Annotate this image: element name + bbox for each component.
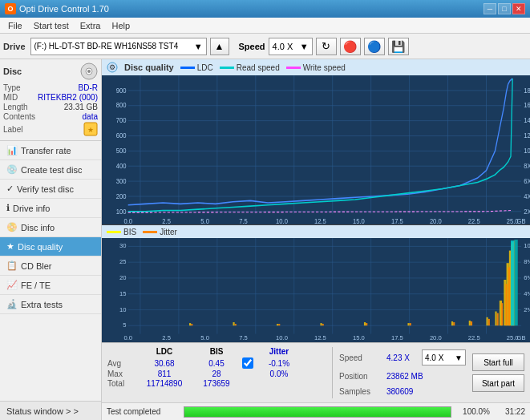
toolbar: Drive (F:) HL-DT-ST BD-RE WH16NS58 TST4 … bbox=[0, 34, 530, 59]
svg-text:20.0: 20.0 bbox=[430, 216, 442, 224]
bis-legend-label: BIS bbox=[123, 228, 136, 236]
disc-info-icon: 📀 bbox=[6, 222, 18, 232]
contents-key: Contents bbox=[3, 112, 35, 121]
label-key: Label bbox=[3, 125, 22, 134]
svg-rect-127 bbox=[511, 240, 514, 325]
nav-verify-test-disc[interactable]: ✓ Verify test disc bbox=[0, 180, 101, 199]
nav-extra-tests[interactable]: 🔬 Extra tests bbox=[0, 295, 101, 314]
app-icon: O bbox=[5, 3, 16, 14]
drive-info-label: Drive info bbox=[13, 204, 50, 213]
type-value: BD-R bbox=[79, 83, 98, 92]
progress-bar-area: Test completed 100.0% 31:22 bbox=[102, 402, 530, 420]
svg-rect-112 bbox=[191, 324, 192, 325]
nav-transfer-rate[interactable]: 📊 Transfer rate bbox=[0, 141, 101, 160]
eject-button[interactable]: ▲ bbox=[210, 38, 229, 55]
speed-selector-stats[interactable]: 4.0 X ▼ bbox=[422, 349, 466, 365]
svg-text:400: 400 bbox=[116, 161, 127, 170]
legend-ldc: LDC bbox=[180, 63, 213, 72]
jitter-checkbox[interactable] bbox=[242, 357, 253, 369]
svg-text:6%: 6% bbox=[524, 274, 530, 281]
max-label: Max bbox=[107, 370, 136, 378]
svg-text:★: ★ bbox=[87, 126, 94, 134]
maximize-button[interactable]: □ bbox=[498, 3, 511, 14]
svg-rect-106 bbox=[495, 312, 496, 326]
length-key: Length bbox=[3, 103, 28, 111]
svg-rect-121 bbox=[497, 313, 499, 326]
bottom-chart-svg: 30 25 20 15 10 5 10% 8% 6% 4% 2% 0.0 bbox=[102, 238, 530, 342]
svg-text:900: 900 bbox=[116, 86, 127, 95]
menu-help[interactable]: Help bbox=[107, 20, 135, 31]
ldc-total: 11714890 bbox=[136, 379, 192, 388]
speed-label: Speed bbox=[239, 42, 265, 51]
bottom-chart: 30 25 20 15 10 5 10% 8% 6% 4% 2% 0.0 bbox=[102, 238, 530, 342]
time-display: 31:22 bbox=[495, 407, 525, 416]
svg-text:20: 20 bbox=[119, 274, 126, 281]
svg-text:GB: GB bbox=[517, 216, 526, 224]
total-row: Total 11714890 173659 bbox=[107, 379, 326, 388]
ldc-avg: 30.68 bbox=[136, 359, 192, 368]
nav-cd-bler[interactable]: 📋 CD Bler bbox=[0, 256, 101, 276]
avg-row: Avg 30.68 0.45 -0.1% bbox=[107, 357, 326, 369]
stats-table: LDC BIS Jitter Avg 30.68 0.45 -0.1% Max … bbox=[104, 345, 329, 400]
start-part-button[interactable]: Start part bbox=[472, 374, 524, 392]
eject-icon: ▲ bbox=[215, 41, 225, 52]
svg-text:15.0: 15.0 bbox=[353, 334, 365, 341]
start-full-button[interactable]: Start full bbox=[472, 353, 524, 371]
nav-create-test-disc[interactable]: 💿 Create test disc bbox=[0, 160, 101, 180]
save-button[interactable]: 💾 bbox=[388, 38, 409, 55]
drive-info-icon: ℹ bbox=[6, 203, 10, 213]
stats-divider bbox=[332, 347, 333, 398]
disc-panel-title: Disc bbox=[3, 67, 22, 76]
drive-label: Drive bbox=[3, 42, 26, 51]
verify-test-disc-label: Verify test disc bbox=[17, 184, 74, 194]
menu-extra[interactable]: Extra bbox=[75, 20, 106, 31]
close-button[interactable]: ✕ bbox=[512, 3, 525, 14]
nav-disc-info[interactable]: 📀 Disc info bbox=[0, 218, 101, 237]
refresh-button[interactable]: ↻ bbox=[316, 38, 337, 55]
ldc-header: LDC bbox=[136, 347, 192, 356]
position-key: Position bbox=[339, 372, 383, 381]
stats-bar: LDC BIS Jitter Avg 30.68 0.45 -0.1% Max … bbox=[102, 342, 530, 402]
total-label: Total bbox=[107, 379, 136, 388]
speed-selector-arrow: ▼ bbox=[455, 353, 463, 362]
red-disc-icon: 🔴 bbox=[343, 40, 357, 53]
title-bar: O Opti Drive Control 1.70 ─ □ ✕ bbox=[0, 0, 530, 18]
svg-rect-57 bbox=[102, 238, 530, 342]
speed-val: 4.23 X bbox=[386, 353, 419, 362]
disc-info-label: Disc info bbox=[21, 223, 55, 232]
menu-file[interactable]: File bbox=[3, 20, 27, 31]
red-disc-button[interactable]: 🔴 bbox=[340, 38, 361, 55]
type-key: Type bbox=[3, 83, 21, 92]
drive-selector[interactable]: (F:) HL-DT-ST BD-RE WH16NS58 TST4 ▼ bbox=[30, 38, 207, 55]
status-window-label: Status window > > bbox=[6, 406, 79, 416]
menu-bar: File Start test Extra Help bbox=[0, 18, 530, 34]
label-icon: ★ bbox=[83, 122, 98, 136]
svg-text:22.5: 22.5 bbox=[468, 334, 480, 341]
svg-text:2.5: 2.5 bbox=[162, 334, 171, 341]
svg-text:5.0: 5.0 bbox=[200, 334, 209, 341]
ldc-color-swatch bbox=[180, 67, 195, 69]
nav-disc-quality[interactable]: ★ Disc quality bbox=[0, 237, 101, 256]
svg-text:5.0: 5.0 bbox=[200, 216, 209, 224]
status-window-button[interactable]: Status window > > bbox=[0, 401, 101, 420]
nav-drive-info[interactable]: ℹ Drive info bbox=[0, 199, 101, 218]
minimize-button[interactable]: ─ bbox=[483, 3, 496, 14]
cd-bler-label: CD Bler bbox=[21, 261, 52, 271]
main-content: Disc Type BD-R MID RITEKBR2 (000) Length… bbox=[0, 59, 530, 420]
chart-header: ⚙ Disc quality LDC Read speed Write spee… bbox=[102, 59, 530, 75]
svg-text:12.5: 12.5 bbox=[314, 334, 326, 341]
bis-max: 28 bbox=[192, 370, 241, 378]
ldc-legend-label: LDC bbox=[197, 63, 213, 72]
transfer-rate-icon: 📊 bbox=[6, 145, 18, 155]
speed-selector[interactable]: 4.0 X ▼ bbox=[269, 38, 313, 55]
svg-rect-103 bbox=[451, 321, 453, 325]
speed-value: 4.0 X bbox=[273, 42, 293, 51]
blue-disc-button[interactable]: 🔵 bbox=[364, 38, 385, 55]
menu-start-test[interactable]: Start test bbox=[29, 20, 74, 31]
right-panel: ⚙ Disc quality LDC Read speed Write spee… bbox=[102, 59, 530, 420]
disc-quality-label: Disc quality bbox=[18, 242, 63, 252]
svg-text:500: 500 bbox=[116, 146, 127, 155]
nav-fe-te[interactable]: 📈 FE / TE bbox=[0, 276, 101, 295]
bis-color-swatch bbox=[107, 231, 121, 233]
bis-total: 173659 bbox=[192, 379, 241, 388]
